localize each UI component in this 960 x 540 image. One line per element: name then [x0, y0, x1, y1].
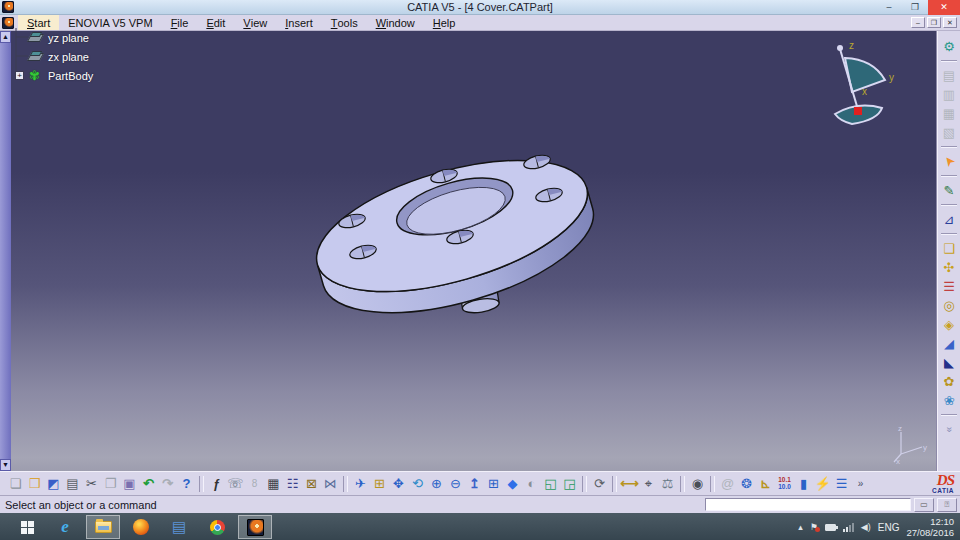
swap-space-icon[interactable]: ◲	[560, 474, 579, 493]
close-button[interactable]: ✕	[928, 0, 960, 15]
speaker-icon[interactable]: ◀)	[861, 522, 871, 532]
measure-between-icon[interactable]: ⟷	[620, 474, 639, 493]
chamfer-icon[interactable]: ◢	[939, 334, 959, 353]
taskbar-clock[interactable]: 12:10 27/08/2016	[906, 516, 954, 538]
more-tools-chevron-icon[interactable]: »	[940, 420, 959, 440]
pocket-icon[interactable]: ✣	[939, 258, 959, 277]
update-lightning-icon[interactable]: ⚡	[813, 474, 832, 493]
rotate-icon[interactable]: ⟲	[408, 474, 427, 493]
svg-text:y: y	[923, 443, 927, 452]
tree-scrollbar[interactable]: ▲ ▼	[0, 31, 11, 471]
undo-icon[interactable]: ↶	[139, 474, 158, 493]
new-icon[interactable]: ❏	[6, 474, 25, 493]
power-input-button[interactable]: ⍰	[937, 498, 957, 512]
tray-date: 27/08/2016	[906, 527, 954, 538]
menu-file[interactable]: File	[162, 15, 198, 30]
minimize-button[interactable]: –	[876, 0, 902, 15]
zoom-in-icon[interactable]: ⊕	[427, 474, 446, 493]
globe-icon[interactable]: ❂	[737, 474, 756, 493]
pan-icon[interactable]: ✥	[389, 474, 408, 493]
menu-help[interactable]: Help	[424, 15, 465, 30]
command-history-button[interactable]: ▭	[914, 498, 934, 512]
command-input[interactable]	[705, 498, 911, 511]
iso-view-icon[interactable]: ◆	[503, 474, 522, 493]
catalog-browser-icon[interactable]: ▤	[939, 66, 959, 85]
catia-taskbar-icon[interactable]	[238, 515, 272, 539]
menu-tools[interactable]: Tools	[322, 15, 367, 30]
network-signal-icon[interactable]	[843, 522, 854, 532]
select-arrow-icon[interactable]: ➤	[935, 148, 960, 175]
file-explorer-icon[interactable]	[86, 515, 120, 539]
design-table-icon[interactable]: ☷	[283, 474, 302, 493]
camera-capture-icon[interactable]: ◉	[688, 474, 707, 493]
lock-icon[interactable]: ⊠	[302, 474, 321, 493]
mdi-restore-button[interactable]: ❐	[927, 17, 941, 28]
groove-icon[interactable]: ☰	[939, 277, 959, 296]
measure-item-icon[interactable]: ⌖	[639, 474, 658, 493]
whats-this-icon[interactable]: ?	[177, 474, 196, 493]
zoom-out-icon[interactable]: ⊖	[446, 474, 465, 493]
axis-system-icon[interactable]: ⊾	[756, 474, 775, 493]
measure-inertia-icon[interactable]: ⚖	[658, 474, 677, 493]
fly-mode-icon[interactable]: ✈	[351, 474, 370, 493]
calculator-icon[interactable]: ▦	[264, 474, 283, 493]
tree-scroll-down-icon[interactable]: ▼	[0, 459, 11, 471]
part-3d-view[interactable]	[0, 31, 936, 471]
turntable-icon[interactable]: ⟳	[590, 474, 609, 493]
constraints-icon[interactable]: ⋈	[321, 474, 340, 493]
energy-spiral-icon[interactable]: @	[718, 474, 737, 493]
fit-all-in-icon[interactable]: ⊞	[370, 474, 389, 493]
pattern-icon[interactable]: ✿	[939, 372, 959, 391]
fillet-icon[interactable]: ◈	[939, 315, 959, 334]
tree-item-zx-plane[interactable]: zx plane	[15, 47, 93, 66]
battery-icon[interactable]	[825, 524, 836, 531]
menu-window[interactable]: Window	[367, 15, 424, 30]
document-template-icon[interactable]: ▧	[939, 123, 959, 142]
print-icon[interactable]: ▤	[63, 474, 82, 493]
knowledge-template-icon[interactable]: ▥	[939, 85, 959, 104]
tree-item-partbody[interactable]: + ✾ PartBody	[15, 66, 93, 85]
catalog-cylinder-icon[interactable]: ▮	[794, 474, 813, 493]
menu-view[interactable]: View	[234, 15, 276, 30]
menu-insert[interactable]: Insert	[276, 15, 322, 30]
compass[interactable]: z y x	[815, 35, 907, 135]
save-icon[interactable]: ◩	[44, 474, 63, 493]
paste-icon[interactable]: ▣	[120, 474, 139, 493]
display-settings-icon[interactable]: ▤	[162, 515, 196, 539]
language-indicator[interactable]: ENG	[878, 522, 900, 533]
restore-button[interactable]: ❐	[902, 0, 928, 15]
mdi-minimize-button[interactable]: –	[911, 17, 925, 28]
firefox-icon[interactable]	[124, 515, 158, 539]
scale-ratio-icon[interactable]: 10.110.0	[775, 474, 794, 493]
expand-plus-icon[interactable]: +	[15, 71, 24, 80]
knowledge-advisor-icon[interactable]: ☏	[226, 474, 245, 493]
formula-icon[interactable]: ƒ	[207, 474, 226, 493]
levels-icon[interactable]: ☰	[832, 474, 851, 493]
chrome-icon[interactable]	[200, 515, 234, 539]
hole-icon[interactable]: ◎	[939, 296, 959, 315]
hide-show-icon[interactable]: ◐	[522, 474, 541, 493]
transform-icon[interactable]: ❀	[939, 391, 959, 410]
rules-icon[interactable]: 8	[245, 474, 264, 493]
multi-view-icon[interactable]: ⊞	[484, 474, 503, 493]
update-gear-icon[interactable]: ⚙	[939, 37, 959, 56]
start-button[interactable]	[10, 515, 44, 539]
menu-edit[interactable]: Edit	[197, 15, 234, 30]
sketch-plane-icon[interactable]: ⊿	[939, 210, 959, 229]
action-center-flag-icon[interactable]: ⚑	[810, 522, 818, 532]
draft-icon[interactable]: ◣	[939, 353, 959, 372]
cut-icon[interactable]: ✂	[82, 474, 101, 493]
more-chevron-icon[interactable]: »	[851, 474, 870, 493]
pad-icon[interactable]: ❑	[939, 239, 959, 258]
copy-icon[interactable]: ❐	[101, 474, 120, 493]
instantiate-icon[interactable]: ▦	[939, 104, 959, 123]
tree-item-yz-plane[interactable]: yz plane	[15, 28, 93, 47]
swap-visible-space-icon[interactable]: ◱	[541, 474, 560, 493]
sketcher-icon[interactable]: ✎	[939, 181, 959, 200]
normal-view-icon[interactable]: ↥	[465, 474, 484, 493]
internet-explorer-icon[interactable]: e	[48, 515, 82, 539]
show-hidden-icons[interactable]: ▴	[798, 522, 803, 532]
redo-icon[interactable]: ↷	[158, 474, 177, 493]
mdi-close-button[interactable]: ✕	[943, 17, 957, 28]
open-icon[interactable]: ❒	[25, 474, 44, 493]
